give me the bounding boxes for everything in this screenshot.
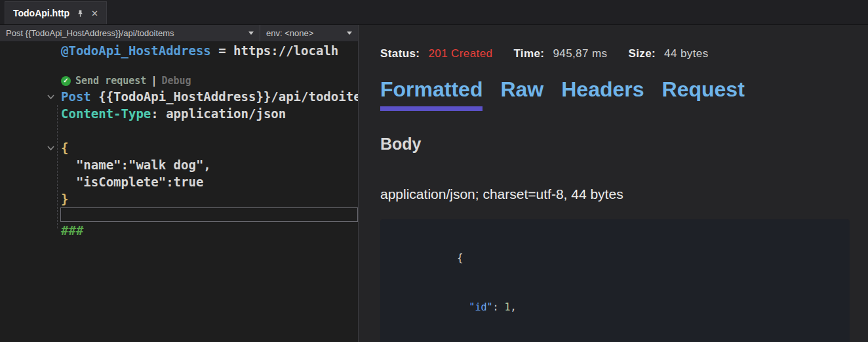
gutter bbox=[0, 42, 61, 59]
tab-headers[interactable]: Headers bbox=[561, 77, 644, 111]
json-name-line: "name":"walk dog", bbox=[0, 156, 358, 173]
header-name: Content-Type bbox=[61, 105, 151, 122]
tab-bar: TodoApi.http ✕ bbox=[0, 0, 868, 25]
main-area: Post {{TodoApi_HostAddress}}/api/todoite… bbox=[0, 25, 868, 342]
json-colon: : bbox=[493, 301, 505, 313]
json-value: 1 bbox=[505, 301, 511, 313]
json-line: "id": 1, bbox=[398, 283, 832, 332]
gutter bbox=[0, 222, 61, 239]
json-name-text: "name":"walk dog", bbox=[61, 156, 211, 173]
size-label: Size: bbox=[628, 47, 656, 60]
time-value: 945,87 ms bbox=[553, 47, 607, 60]
editor-pane: Post {{TodoApi_HostAddress}}/api/todoite… bbox=[0, 25, 358, 342]
request-url: {{TodoApi_HostAddress}}/api/todoitems bbox=[91, 88, 358, 105]
json-line: "name": "walk dog", bbox=[398, 332, 832, 342]
json-open-brace: { bbox=[457, 252, 463, 264]
app-window: TodoApi.http ✕ Post {{TodoApi_HostAddres… bbox=[0, 0, 868, 342]
env-selector-dropdown[interactable]: env: <none> bbox=[260, 25, 358, 41]
gutter bbox=[0, 105, 61, 122]
response-panel: Status: 201 Created Time: 945,87 ms Size… bbox=[359, 25, 868, 342]
codelens-line: ✓ Send request | Debug bbox=[0, 74, 358, 88]
gutter bbox=[0, 139, 61, 156]
open-brace: { bbox=[61, 139, 68, 156]
gutter bbox=[0, 88, 61, 105]
http-request-line: Post {{TodoApi_HostAddress}}/api/todoite… bbox=[0, 88, 358, 105]
size-value: 44 bytes bbox=[664, 47, 708, 60]
send-check-icon: ✓ bbox=[61, 76, 71, 86]
tab-title: TodoApi.http bbox=[13, 8, 69, 18]
env-selector-label: env: <none> bbox=[266, 28, 313, 38]
gutter bbox=[0, 190, 61, 207]
close-icon[interactable]: ✕ bbox=[91, 9, 98, 18]
json-line: { bbox=[398, 234, 832, 283]
http-header-line: Content-Type : application/json bbox=[0, 105, 358, 122]
time-label: Time: bbox=[513, 47, 544, 60]
chevron-down-icon bbox=[248, 32, 254, 35]
fold-chevron-icon[interactable] bbox=[47, 144, 55, 152]
chevron-down-icon bbox=[347, 32, 352, 35]
tab-formatted[interactable]: Formatted bbox=[380, 77, 483, 111]
http-variable-line: @TodoApi_HostAddress = https://localh bbox=[0, 42, 358, 59]
json-iscomplete-line: "isComplete":true bbox=[0, 173, 358, 190]
status-label: Status: bbox=[380, 47, 420, 60]
header-value: application/json bbox=[166, 105, 286, 122]
request-toolbar: Post {{TodoApi_HostAddress}}/api/todoite… bbox=[0, 25, 358, 42]
send-request-link[interactable]: Send request bbox=[75, 74, 146, 88]
blank-line bbox=[0, 122, 358, 139]
json-comma: , bbox=[511, 301, 517, 313]
codelens-divider: | bbox=[151, 74, 157, 88]
gutter bbox=[0, 156, 61, 173]
variable-name: @TodoApi_HostAddress bbox=[61, 42, 211, 59]
current-line-highlight bbox=[60, 207, 358, 222]
request-selector-label: Post {{TodoApi_HostAddress}}/api/todoite… bbox=[6, 28, 174, 38]
assign-operator: = bbox=[211, 42, 233, 59]
json-open-brace-line: { bbox=[0, 139, 358, 156]
fold-chevron-icon[interactable] bbox=[47, 93, 55, 101]
debug-link[interactable]: Debug bbox=[161, 74, 191, 88]
request-delimiter-line: ### bbox=[0, 222, 358, 239]
status-value: 201 Created bbox=[428, 47, 492, 60]
body-heading: Body bbox=[380, 135, 868, 154]
delimiter-text: ### bbox=[61, 222, 83, 239]
blank-line bbox=[0, 59, 358, 74]
content-type-line: application/json; charset=utf-8, 44 byte… bbox=[380, 186, 868, 202]
header-colon: : bbox=[151, 105, 166, 122]
tab-raw[interactable]: Raw bbox=[500, 77, 543, 111]
request-selector-dropdown[interactable]: Post {{TodoApi_HostAddress}}/api/todoite… bbox=[0, 25, 260, 41]
gutter bbox=[0, 173, 61, 190]
tab-request[interactable]: Request bbox=[662, 77, 745, 111]
close-brace: } bbox=[61, 190, 68, 207]
indent-guide bbox=[57, 105, 58, 228]
json-iscomplete-text: "isComplete":true bbox=[61, 173, 203, 190]
status-row: Status: 201 Created Time: 945,87 ms Size… bbox=[380, 47, 868, 60]
response-tabs: Formatted Raw Headers Request bbox=[380, 77, 868, 111]
code-editor[interactable]: @TodoApi_HostAddress = https://localh ✓ … bbox=[0, 42, 358, 342]
json-key: "id" bbox=[457, 301, 492, 313]
pin-icon[interactable] bbox=[76, 9, 85, 18]
tab-todoapi-http[interactable]: TodoApi.http ✕ bbox=[5, 1, 107, 24]
response-body-json: { "id": 1, "name": "walk dog", "isComple… bbox=[380, 219, 850, 342]
http-method: Post bbox=[61, 88, 91, 105]
variable-value: https://localh bbox=[233, 42, 338, 59]
json-close-brace-line: } bbox=[0, 190, 358, 207]
